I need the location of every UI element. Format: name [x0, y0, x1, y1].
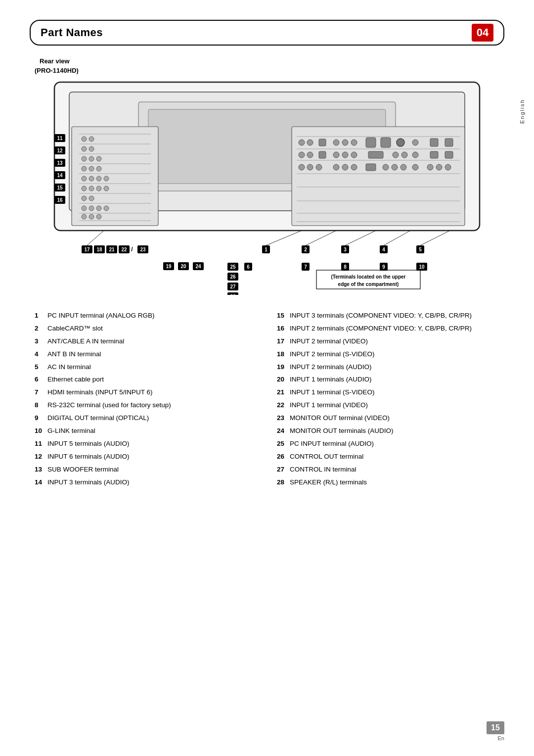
list-item: 1PC INPUT terminal (ANALOG RGB)	[35, 311, 257, 321]
svg-rect-58	[381, 138, 391, 147]
svg-text:18: 18	[96, 247, 102, 252]
list-item: 12INPUT 6 terminals (AUDIO)	[35, 452, 257, 462]
svg-point-30	[89, 186, 94, 191]
svg-text:2: 2	[304, 247, 307, 252]
svg-text:28: 28	[230, 294, 236, 295]
svg-point-31	[96, 186, 101, 191]
part-number: 22	[277, 401, 287, 410]
svg-point-35	[82, 206, 87, 211]
part-number: 28	[277, 478, 287, 487]
part-description: MONITOR OUT terminal (VIDEO)	[290, 414, 499, 423]
page-footer: 15 En	[487, 721, 504, 741]
svg-point-86	[427, 164, 433, 170]
svg-text:26: 26	[230, 274, 236, 280]
parts-list-section: 1PC INPUT terminal (ANALOG RGB)2CableCAR…	[30, 311, 504, 490]
svg-text:8: 8	[344, 264, 347, 270]
part-description: ANT/CABLE A IN terminal	[47, 337, 257, 346]
svg-line-152	[345, 231, 376, 245]
list-item: 2CableCARD™ slot	[35, 324, 257, 333]
parts-left-column: 1PC INPUT terminal (ANALOG RGB)2CableCAR…	[35, 311, 257, 490]
part-number: 6	[35, 375, 44, 384]
svg-line-151	[306, 231, 336, 245]
part-description: MONITOR OUT terminals (AUDIO)	[290, 426, 499, 436]
part-description: CableCARD™ slot	[47, 324, 257, 333]
svg-point-76	[307, 164, 313, 170]
svg-point-77	[316, 164, 322, 170]
parts-right-column: 15INPUT 3 terminals (COMPONENT VIDEO: Y,…	[277, 311, 499, 490]
svg-text:11: 11	[57, 136, 63, 141]
svg-text:6: 6	[247, 264, 250, 270]
svg-point-56	[351, 140, 357, 145]
list-item: 23MONITOR OUT terminal (VIDEO)	[277, 414, 499, 423]
part-number: 8	[35, 401, 44, 410]
rear-view-label: Rear view	[40, 57, 504, 65]
list-item: 16INPUT 2 terminals (COMPONENT VIDEO: Y,…	[277, 324, 499, 333]
part-number: 23	[277, 414, 287, 423]
svg-text:27: 27	[230, 284, 236, 289]
svg-point-33	[82, 196, 87, 201]
svg-point-80	[351, 164, 357, 170]
svg-point-36	[89, 206, 94, 211]
svg-line-154	[420, 231, 450, 245]
svg-point-21	[96, 156, 101, 161]
part-number: 24	[277, 426, 287, 436]
svg-text:16: 16	[57, 197, 63, 203]
list-item: 25PC INPUT terminal (AUDIO)	[277, 439, 499, 449]
page-lang: En	[498, 735, 504, 741]
svg-point-54	[333, 140, 339, 145]
section-header: Part Names 04	[30, 20, 504, 46]
svg-point-67	[342, 152, 348, 158]
svg-point-41	[96, 214, 101, 219]
svg-point-75	[299, 164, 305, 170]
svg-rect-62	[445, 139, 453, 146]
svg-point-16	[89, 137, 94, 142]
list-item: 20INPUT 1 terminals (AUDIO)	[277, 375, 499, 384]
svg-point-55	[342, 140, 348, 145]
svg-point-40	[89, 214, 94, 219]
svg-point-71	[401, 152, 407, 158]
svg-point-82	[383, 164, 389, 170]
svg-point-39	[82, 214, 87, 219]
svg-point-20	[89, 156, 94, 161]
svg-text:21: 21	[109, 247, 115, 252]
list-item: 10G-LINK terminal	[35, 426, 257, 436]
svg-text:edge of the compartment): edge of the compartment)	[338, 282, 399, 287]
part-number: 10	[35, 426, 44, 436]
page-number: 15	[487, 721, 504, 734]
list-item: 3ANT/CABLE A IN terminal	[35, 337, 257, 346]
part-number: 12	[35, 452, 44, 462]
svg-point-25	[82, 176, 87, 181]
part-description: HDMI terminals (INPUT 5/INPUT 6)	[47, 388, 257, 397]
svg-point-70	[393, 152, 399, 158]
part-description: AC IN terminal	[47, 363, 257, 372]
svg-point-79	[342, 164, 348, 170]
part-number: 9	[35, 414, 44, 423]
part-number: 25	[277, 439, 287, 449]
list-item: 21INPUT 1 terminal (S-VIDEO)	[277, 388, 499, 397]
svg-point-37	[96, 206, 101, 211]
svg-point-88	[445, 164, 451, 170]
svg-point-38	[104, 206, 109, 211]
svg-point-22	[82, 166, 87, 171]
svg-point-32	[104, 186, 109, 191]
list-item: 13SUB WOOFER terminal	[35, 465, 257, 474]
svg-point-83	[392, 164, 398, 170]
svg-point-15	[82, 137, 87, 142]
section-title: Part Names	[41, 26, 103, 39]
section-number: 04	[472, 24, 493, 42]
svg-point-19	[82, 156, 87, 161]
list-item: 11INPUT 5 terminals (AUDIO)	[35, 439, 257, 449]
part-number: 11	[35, 439, 44, 449]
svg-rect-42	[292, 127, 465, 226]
svg-line-153	[384, 231, 410, 245]
rear-view-diagram: 17 18 21 22 / 23 1 2 3 4 5 11 12	[40, 77, 494, 295]
part-description: CONTROL IN terminal	[290, 465, 499, 474]
part-description: INPUT 2 terminal (VIDEO)	[290, 337, 499, 346]
svg-point-23	[89, 166, 94, 171]
svg-text:10: 10	[419, 264, 425, 270]
svg-point-68	[351, 152, 357, 158]
part-description: ANT B IN terminal	[47, 350, 257, 359]
svg-text:5: 5	[419, 247, 422, 252]
part-number: 13	[35, 465, 44, 474]
list-item: 4ANT B IN terminal	[35, 350, 257, 359]
